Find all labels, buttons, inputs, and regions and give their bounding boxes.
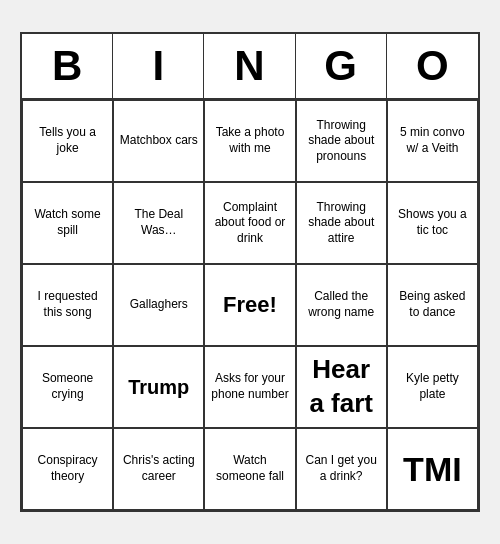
- bingo-letter-b: B: [22, 34, 113, 98]
- bingo-cell-12: Free!: [204, 264, 295, 346]
- bingo-cell-23: Can I get you a drink?: [296, 428, 387, 510]
- bingo-cell-4: 5 min convo w/ a Veith: [387, 100, 478, 182]
- bingo-cell-0: Tells you a joke: [22, 100, 113, 182]
- bingo-cell-7: Complaint about food or drink: [204, 182, 295, 264]
- bingo-cell-14: Being asked to dance: [387, 264, 478, 346]
- bingo-cell-17: Asks for your phone number: [204, 346, 295, 428]
- bingo-cell-13: Called the wrong name: [296, 264, 387, 346]
- bingo-cell-24: TMI: [387, 428, 478, 510]
- bingo-cell-15: Someone crying: [22, 346, 113, 428]
- bingo-card: BINGO Tells you a jokeMatchbox carsTake …: [20, 32, 480, 512]
- bingo-letter-o: O: [387, 34, 478, 98]
- bingo-cell-21: Chris's acting career: [113, 428, 204, 510]
- bingo-cell-10: I requested this song: [22, 264, 113, 346]
- bingo-cell-5: Watch some spill: [22, 182, 113, 264]
- bingo-grid: Tells you a jokeMatchbox carsTake a phot…: [22, 100, 478, 510]
- bingo-cell-18: Hear a fart: [296, 346, 387, 428]
- bingo-cell-3: Throwing shade about pronouns: [296, 100, 387, 182]
- bingo-cell-22: Watch someone fall: [204, 428, 295, 510]
- bingo-cell-16: Trump: [113, 346, 204, 428]
- bingo-cell-8: Throwing shade about attire: [296, 182, 387, 264]
- bingo-cell-6: The Deal Was…: [113, 182, 204, 264]
- bingo-letter-n: N: [204, 34, 295, 98]
- bingo-header: BINGO: [22, 34, 478, 100]
- bingo-cell-19: Kyle petty plate: [387, 346, 478, 428]
- bingo-letter-g: G: [296, 34, 387, 98]
- bingo-cell-20: Conspiracy theory: [22, 428, 113, 510]
- bingo-letter-i: I: [113, 34, 204, 98]
- bingo-cell-11: Gallaghers: [113, 264, 204, 346]
- bingo-cell-9: Shows you a tic toc: [387, 182, 478, 264]
- bingo-cell-2: Take a photo with me: [204, 100, 295, 182]
- bingo-cell-1: Matchbox cars: [113, 100, 204, 182]
